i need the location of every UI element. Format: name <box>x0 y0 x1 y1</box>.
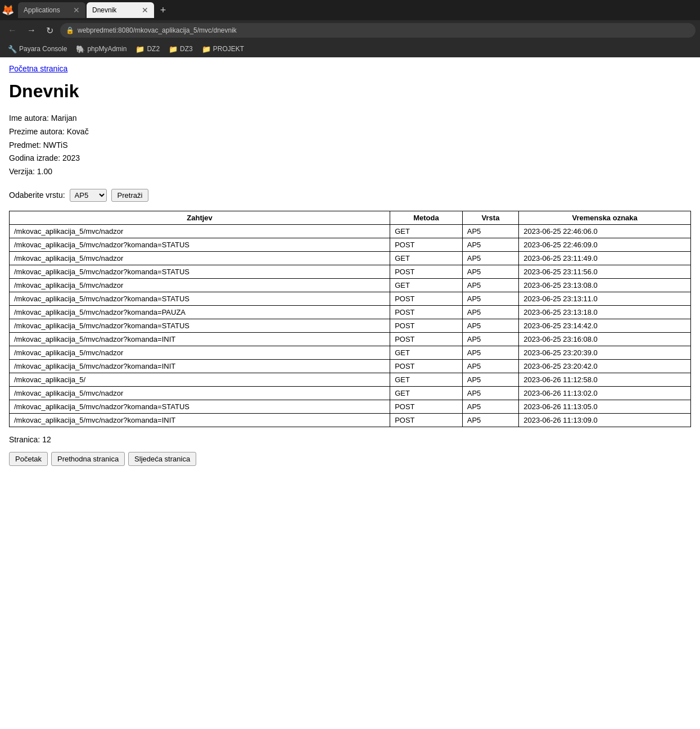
payara-icon: 🔧 <box>8 45 17 53</box>
version-value: 1.00 <box>37 167 52 176</box>
cell-zahtjev: /mkovac_aplikacija_5/mvc/nadzor?komanda=… <box>10 305 390 319</box>
cell-zahtjev: /mkovac_aplikacija_5/mvc/nadzor <box>10 224 390 238</box>
cell-metoda: GET <box>390 224 463 238</box>
tab-dnevnik-close[interactable]: ✕ <box>142 6 148 15</box>
subject-value: NWTiS <box>43 141 68 150</box>
cell-zahtjev: /mkovac_aplikacija_5/mvc/nadzor?komanda=… <box>10 265 390 278</box>
table-row: /mkovac_aplikacija_5/GETAP52023-06-26 11… <box>10 373 691 386</box>
search-button[interactable]: Pretraži <box>111 189 149 202</box>
tab-dnevnik[interactable]: Dnevnik ✕ <box>87 2 154 18</box>
cell-timestamp: 2023-06-25 23:13:11.0 <box>519 292 691 305</box>
bookmark-projekt[interactable]: 📁 PROJEKT <box>198 44 247 55</box>
cell-metoda: GET <box>390 251 463 265</box>
tab-applications-close[interactable]: ✕ <box>73 6 80 15</box>
cell-vrsta: AP5 <box>462 386 518 400</box>
filter-select[interactable]: AP5 GET POST <box>70 189 107 202</box>
cell-metoda: GET <box>390 346 463 359</box>
data-table: Zahtjev Metoda Vrsta Vremenska oznaka /m… <box>9 211 691 427</box>
cell-vrsta: AP5 <box>462 413 518 427</box>
col-header-timestamp: Vremenska oznaka <box>519 211 691 224</box>
col-header-metoda: Metoda <box>390 211 463 224</box>
table-row: /mkovac_aplikacija_5/mvc/nadzor?komanda=… <box>10 319 691 332</box>
cell-zahtjev: /mkovac_aplikacija_5/mvc/nadzor <box>10 278 390 292</box>
subject-row: Predmet: NWTiS <box>9 139 691 152</box>
bookmark-dz3[interactable]: 📁 DZ3 <box>165 44 196 55</box>
tab-applications-label: Applications <box>24 6 60 14</box>
bookmark-phpmyadmin[interactable]: 🐘 phpMyAdmin <box>73 44 130 55</box>
author-name-row: Ime autora: Marijan <box>9 112 691 125</box>
cell-timestamp: 2023-06-25 23:11:56.0 <box>519 265 691 278</box>
cell-timestamp: 2023-06-26 11:13:05.0 <box>519 400 691 413</box>
cell-metoda: POST <box>390 265 463 278</box>
cell-timestamp: 2023-06-25 22:46:09.0 <box>519 238 691 251</box>
year-value: 2023 <box>62 153 80 162</box>
cell-vrsta: AP5 <box>462 319 518 332</box>
author-surname-label: Prezime autora: <box>9 127 65 136</box>
cell-vrsta: AP5 <box>462 238 518 251</box>
cell-timestamp: 2023-06-26 11:12:58.0 <box>519 373 691 386</box>
page-content: Početna stranica Dnevnik Ime autora: Mar… <box>0 57 700 473</box>
cell-metoda: POST <box>390 413 463 427</box>
cell-vrsta: AP5 <box>462 346 518 359</box>
back-button[interactable]: ← <box>4 24 20 37</box>
cell-timestamp: 2023-06-25 23:13:18.0 <box>519 305 691 319</box>
table-row: /mkovac_aplikacija_5/mvc/nadzor?komanda=… <box>10 332 691 346</box>
table-row: /mkovac_aplikacija_5/mvc/nadzorGETAP5202… <box>10 278 691 292</box>
address-text: webpredmeti:8080/mkovac_aplikacija_5/mvc… <box>78 26 237 34</box>
tab-applications[interactable]: Applications ✕ <box>18 2 85 18</box>
bookmark-dz2[interactable]: 📁 DZ2 <box>132 44 163 55</box>
table-row: /mkovac_aplikacija_5/mvc/nadzor?komanda=… <box>10 305 691 319</box>
page-next-button[interactable]: Sljedeća stranica <box>128 452 196 466</box>
table-row: /mkovac_aplikacija_5/mvc/nadzor?komanda=… <box>10 359 691 373</box>
reload-button[interactable]: ↻ <box>43 24 57 37</box>
table-row: /mkovac_aplikacija_5/mvc/nadzor?komanda=… <box>10 400 691 413</box>
cell-zahtjev: /mkovac_aplikacija_5/mvc/nadzor <box>10 346 390 359</box>
phpmyadmin-icon: 🐘 <box>76 45 85 53</box>
cell-metoda: POST <box>390 305 463 319</box>
dz3-icon: 📁 <box>169 45 178 53</box>
bookmarks-bar: 🔧 Payara Console 🐘 phpMyAdmin 📁 DZ2 📁 DZ… <box>0 40 700 57</box>
page-info: Stranica: 12 <box>9 435 691 444</box>
page-prev-button[interactable]: Prethodna stranica <box>51 452 125 466</box>
cell-vrsta: AP5 <box>462 265 518 278</box>
filter-label: Odaberite vrstu: <box>9 191 65 200</box>
cell-zahtjev: /mkovac_aplikacija_5/mvc/nadzor?komanda=… <box>10 319 390 332</box>
cell-timestamp: 2023-06-25 23:16:08.0 <box>519 332 691 346</box>
new-tab-button[interactable]: + <box>155 2 171 18</box>
cell-vrsta: AP5 <box>462 373 518 386</box>
browser-chrome: 🦊 Applications ✕ Dnevnik ✕ + ← → ↻ 🔒 web… <box>0 0 700 57</box>
cell-zahtjev: /mkovac_aplikacija_5/mvc/nadzor?komanda=… <box>10 413 390 427</box>
page-info-label: Stranica: <box>9 435 40 444</box>
bookmark-payara[interactable]: 🔧 Payara Console <box>4 44 70 55</box>
cell-metoda: GET <box>390 373 463 386</box>
page-title: Dnevnik <box>9 81 691 102</box>
subject-label: Predmet: <box>9 141 41 150</box>
filter-row: Odaberite vrstu: AP5 GET POST Pretraži <box>9 189 691 202</box>
cell-zahtjev: /mkovac_aplikacija_5/mvc/nadzor?komanda=… <box>10 292 390 305</box>
cell-zahtjev: /mkovac_aplikacija_5/mvc/nadzor?komanda=… <box>10 238 390 251</box>
version-row: Verzija: 1.00 <box>9 165 691 179</box>
cell-vrsta: AP5 <box>462 305 518 319</box>
page-start-button[interactable]: Početak <box>9 452 48 466</box>
forward-button[interactable]: → <box>24 24 39 37</box>
cell-zahtjev: /mkovac_aplikacija_5/mvc/nadzor?komanda=… <box>10 359 390 373</box>
lock-icon: 🔒 <box>66 26 74 34</box>
author-name-value: Marijan <box>51 114 77 123</box>
address-bar[interactable]: 🔒 webpredmeti:8080/mkovac_aplikacija_5/m… <box>60 23 696 38</box>
tab-dnevnik-label: Dnevnik <box>92 6 116 14</box>
home-link[interactable]: Početna stranica <box>9 64 67 73</box>
cell-zahtjev: /mkovac_aplikacija_5/mvc/nadzor?komanda=… <box>10 400 390 413</box>
version-label: Verzija: <box>9 167 35 176</box>
tab-bar: 🦊 Applications ✕ Dnevnik ✕ + <box>0 0 700 20</box>
cell-timestamp: 2023-06-25 22:46:06.0 <box>519 224 691 238</box>
cell-metoda: POST <box>390 319 463 332</box>
cell-zahtjev: /mkovac_aplikacija_5/ <box>10 373 390 386</box>
nav-bar: ← → ↻ 🔒 webpredmeti:8080/mkovac_aplikaci… <box>0 20 700 40</box>
cell-metoda: POST <box>390 359 463 373</box>
meta-info: Ime autora: Marijan Prezime autora: Kova… <box>9 112 691 179</box>
projekt-icon: 📁 <box>202 45 211 53</box>
dz2-icon: 📁 <box>136 45 144 53</box>
cell-vrsta: AP5 <box>462 278 518 292</box>
cell-metoda: POST <box>390 238 463 251</box>
cell-zahtjev: /mkovac_aplikacija_5/mvc/nadzor?komanda=… <box>10 332 390 346</box>
